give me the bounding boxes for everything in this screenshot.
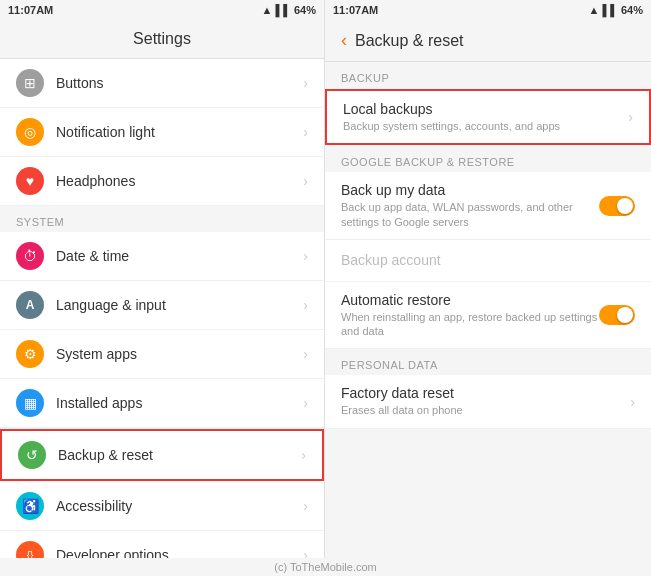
datetime-icon: ⏱ [16,242,44,270]
factory-reset-subtitle: Erases all data on phone [341,403,630,417]
backup-my-data-title: Back up my data [341,182,599,198]
backup-section-label: BACKUP [325,62,651,88]
language-icon: A [16,291,44,319]
right-settings-list: BACKUP Local backups Backup system setti… [325,62,651,558]
sysapps-label: System apps [56,346,303,362]
watermark: (c) ToTheMobile.com [0,558,651,576]
status-bars-row: 11:07AM ▲ ▌▌ 64% 11:07AM ▲ ▌▌ 64% [0,0,651,20]
backup-my-data-item[interactable]: Back up my data Back up app data, WLAN p… [325,172,651,240]
left-signal-icon: ▌▌ [275,4,291,16]
buttons-content: Buttons [56,75,303,91]
sidebar-item-backup[interactable]: ↺ Backup & reset › [0,429,324,481]
local-backups-title: Local backups [343,101,628,117]
left-panel-title: Settings [133,30,191,47]
backup-account-title: Backup account [341,252,635,268]
datetime-chevron: › [303,248,308,264]
right-panel-title: Backup & reset [355,32,464,50]
auto-restore-title: Automatic restore [341,292,599,308]
language-label: Language & input [56,297,303,313]
factory-reset-chevron: › [630,394,635,410]
headphones-label: Headphones [56,173,303,189]
auto-restore-item[interactable]: Automatic restore When reinstalling an a… [325,282,651,350]
right-signal-icon: ▌▌ [602,4,618,16]
left-panel-header: Settings [0,20,324,59]
auto-restore-subtitle: When reinstalling an app, restore backed… [341,310,599,339]
installed-chevron: › [303,395,308,411]
headphones-content: Headphones [56,173,303,189]
headphones-icon: ♥ [16,167,44,195]
notif-light-label: Notification light [56,124,303,140]
auto-restore-toggle-knob [617,307,633,323]
sysapps-icon: ⚙ [16,340,44,368]
buttons-chevron: › [303,75,308,91]
backup-chevron: › [301,447,306,463]
buttons-icon: ⊞ [16,69,44,97]
installed-icon: ▦ [16,389,44,417]
backup-account-item: Backup account [325,240,651,282]
settings-list[interactable]: ⊞ Buttons › ◎ Notification light › ♥ Hea… [0,59,324,558]
sidebar-item-datetime[interactable]: ⏱ Date & time › [0,232,324,281]
developer-label: Developer options [56,547,303,558]
accessibility-label: Accessibility [56,498,303,514]
sidebar-item-headphones[interactable]: ♥ Headphones › [0,157,324,206]
local-backups-subtitle: Backup system settings, accounts, and ap… [343,119,628,133]
auto-restore-toggle[interactable] [599,305,635,325]
right-panel: ‹ Backup & reset BACKUP Local backups Ba… [325,20,651,558]
notif-light-icon: ◎ [16,118,44,146]
language-chevron: › [303,297,308,313]
watermark-text: (c) ToTheMobile.com [274,561,377,573]
google-section-label: GOOGLE BACKUP & RESTORE [325,146,651,172]
sidebar-item-buttons[interactable]: ⊞ Buttons › [0,59,324,108]
system-section-label: SYSTEM [0,206,324,232]
right-status-bar: 11:07AM ▲ ▌▌ 64% [325,0,651,20]
local-backups-item[interactable]: Local backups Backup system settings, ac… [325,89,651,145]
main-container: Settings ⊞ Buttons › ◎ Notification ligh… [0,20,651,558]
developer-icon: {} [16,541,44,558]
headphones-chevron: › [303,173,308,189]
datetime-label: Date & time [56,248,303,264]
sidebar-item-notification-light[interactable]: ◎ Notification light › [0,108,324,157]
right-wifi-icon: ▲ [588,4,599,16]
left-status-icons: ▲ ▌▌ 64% [261,4,316,16]
notif-light-content: Notification light [56,124,303,140]
right-panel-header: ‹ Backup & reset [325,20,651,62]
backup-label: Backup & reset [58,447,301,463]
sidebar-item-accessibility[interactable]: ♿ Accessibility › [0,482,324,531]
left-wifi-icon: ▲ [261,4,272,16]
factory-reset-title: Factory data reset [341,385,630,401]
sidebar-item-language[interactable]: A Language & input › [0,281,324,330]
left-status-bar: 11:07AM ▲ ▌▌ 64% [0,0,325,20]
backup-my-data-toggle[interactable] [599,196,635,216]
left-panel: Settings ⊞ Buttons › ◎ Notification ligh… [0,20,325,558]
accessibility-chevron: › [303,498,308,514]
sysapps-chevron: › [303,346,308,362]
right-time: 11:07AM [333,4,378,16]
right-battery-icon: 64% [621,4,643,16]
back-button[interactable]: ‹ [341,30,347,51]
sidebar-item-sysapps[interactable]: ⚙ System apps › [0,330,324,379]
accessibility-icon: ♿ [16,492,44,520]
right-status-icons: ▲ ▌▌ 64% [588,4,643,16]
left-time: 11:07AM [8,4,53,16]
left-battery-icon: 64% [294,4,316,16]
notif-light-chevron: › [303,124,308,140]
sidebar-item-developer[interactable]: {} Developer options › [0,531,324,558]
developer-chevron: › [303,547,308,558]
backup-my-data-subtitle: Back up app data, WLAN passwords, and ot… [341,200,599,229]
local-backups-chevron: › [628,109,633,125]
personal-section-label: PERSONAL DATA [325,349,651,375]
buttons-label: Buttons [56,75,303,91]
backup-icon: ↺ [18,441,46,469]
backup-my-data-toggle-knob [617,198,633,214]
factory-reset-item[interactable]: Factory data reset Erases all data on ph… [325,375,651,428]
installed-label: Installed apps [56,395,303,411]
sidebar-item-installed[interactable]: ▦ Installed apps › [0,379,324,428]
